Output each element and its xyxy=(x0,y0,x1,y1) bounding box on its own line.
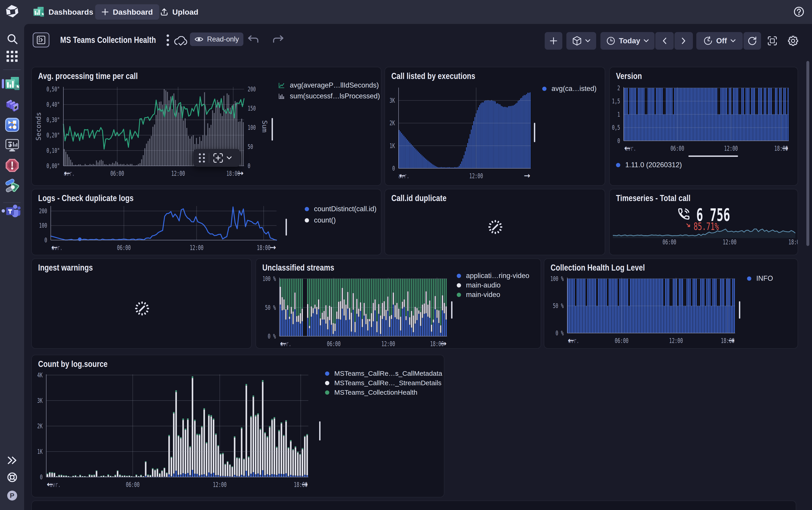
auto-refresh-button[interactable]: Off xyxy=(696,32,743,50)
help-question-icon xyxy=(793,6,805,18)
svg-text:3K: 3K xyxy=(37,397,42,404)
dashboard-title: MS Teams Collection Health xyxy=(60,35,156,45)
help-icon[interactable] xyxy=(793,6,805,18)
svg-text:4K: 4K xyxy=(37,371,42,379)
svg-text:18:00: 18:00 xyxy=(788,238,798,246)
sidebar-item-insights[interactable] xyxy=(0,178,24,193)
grid-9-dots-icon xyxy=(6,51,18,62)
panel-p3: Version1.11.0 (20260312)00,511,52avr.06:… xyxy=(609,67,798,186)
legend-scrollbar[interactable] xyxy=(739,301,740,319)
chart-scrollbar[interactable] xyxy=(688,155,738,157)
svg-text:06:00: 06:00 xyxy=(126,481,140,488)
fullscreen-button[interactable] xyxy=(764,32,780,50)
kebab-icon xyxy=(167,34,169,47)
cloud-check-icon xyxy=(174,36,188,47)
eye-icon xyxy=(194,36,204,42)
sidebar-item-parsers[interactable] xyxy=(0,118,24,132)
search-icon[interactable] xyxy=(0,32,24,45)
apps-grid-icon[interactable] xyxy=(0,51,24,62)
life-ring-icon xyxy=(7,472,18,482)
svg-text:2K: 2K xyxy=(390,119,395,127)
legend-scrollbar[interactable] xyxy=(272,118,273,141)
legend-scrollbar[interactable] xyxy=(319,421,321,441)
fullscreen-icon xyxy=(768,36,777,46)
panel-p10: Count by log.sourceMSTeams_CallRe…s_Call… xyxy=(31,355,444,498)
undo-button[interactable] xyxy=(247,35,259,45)
legend-scrollbar[interactable] xyxy=(285,219,287,235)
svg-text:→: → xyxy=(270,243,276,252)
svg-text:Seconds: Seconds xyxy=(34,112,42,141)
p4-chart: 0100200avr.06:0012:0018:00←→ xyxy=(32,189,382,255)
svg-text:3K: 3K xyxy=(390,96,395,104)
collapse-sidebar-icon[interactable] xyxy=(0,455,24,465)
svg-text:06:00: 06:00 xyxy=(670,144,684,152)
monitor-app-icon xyxy=(5,138,20,152)
panel-list-button[interactable] xyxy=(33,32,50,47)
panel-p4: Logs - Check duplicate logscountDistinct… xyxy=(31,189,382,255)
logscale-logo[interactable] xyxy=(0,4,24,19)
upload-icon xyxy=(160,8,168,16)
svg-text:0,10": 0,10" xyxy=(47,147,60,154)
svg-text:12:00: 12:00 xyxy=(724,144,738,152)
p3-chart: 00,511,52avr.06:0012:0018:00←→ xyxy=(610,67,798,186)
breadcrumb-dashboards[interactable]: Dashboards xyxy=(33,0,93,24)
chevron-down-icon[interactable] xyxy=(227,156,232,160)
svg-text:06:00: 06:00 xyxy=(615,337,629,345)
svg-text:←: ← xyxy=(51,243,58,252)
time-range-label: Today xyxy=(619,36,640,45)
drag-handle-icon[interactable] xyxy=(198,152,206,163)
redo-button[interactable] xyxy=(272,35,284,45)
legend-scrollbar[interactable] xyxy=(534,123,535,142)
time-range-button[interactable]: Today xyxy=(600,32,655,50)
panel-p7: Ingest warnings xyxy=(31,258,252,349)
time-back-button[interactable] xyxy=(655,32,674,50)
package-menu-button[interactable] xyxy=(566,32,596,50)
sidebar-item-dashboards[interactable] xyxy=(0,77,24,91)
svg-text:0,00": 0,00" xyxy=(47,162,60,170)
sidebar-item-packages[interactable] xyxy=(0,97,24,112)
sidebar-item-alerts[interactable] xyxy=(0,158,24,173)
svg-text:150: 150 xyxy=(248,105,256,112)
brand-label: Dashboards xyxy=(49,8,93,17)
panel-p8: Unclassified streamsapplicati…ring-video… xyxy=(255,258,541,349)
chevron-right-icon xyxy=(682,37,686,44)
svg-text:1: 1 xyxy=(618,111,620,118)
sidebar-item-monitor[interactable] xyxy=(0,138,24,152)
svg-text:←: ← xyxy=(624,144,631,152)
time-forward-button[interactable] xyxy=(674,32,693,50)
support-icon[interactable] xyxy=(0,472,24,482)
svg-text:1,5: 1,5 xyxy=(612,97,620,105)
svg-text:←: ← xyxy=(47,480,53,489)
svg-text:100: 100 xyxy=(248,124,256,131)
chevron-down-icon xyxy=(585,39,590,42)
sidebar-divider xyxy=(3,202,21,203)
readonly-badge[interactable]: Read-only xyxy=(190,32,243,46)
loading-spinner xyxy=(487,219,504,235)
svg-text:←: ← xyxy=(568,336,574,345)
svg-text:0,30": 0,30" xyxy=(47,116,60,124)
svg-text:2K: 2K xyxy=(37,422,42,430)
svg-text:100 %: 100 % xyxy=(550,275,564,283)
package-icon xyxy=(572,36,582,46)
insights-app-icon xyxy=(5,178,20,193)
p1-chart: 0,00"0,10"0,20"0,30"0,40"0,50"0501001502… xyxy=(32,67,382,186)
upload-button[interactable]: Upload xyxy=(156,4,202,20)
kpi-trend-value: 85.71% xyxy=(694,221,719,232)
svg-text:Sum: Sum xyxy=(261,120,269,133)
add-widget-button[interactable] xyxy=(545,32,562,50)
svg-text:0: 0 xyxy=(40,473,42,481)
new-dashboard-button[interactable]: Dashboard xyxy=(95,4,159,20)
settings-button[interactable] xyxy=(785,32,801,50)
cloud-sync-icon[interactable] xyxy=(174,35,188,48)
sidebar-item-ms-teams[interactable] xyxy=(0,203,24,218)
auto-refresh-label: Off xyxy=(716,36,727,45)
refresh-button[interactable] xyxy=(744,32,761,50)
dashboard-menu-button[interactable] xyxy=(161,33,175,47)
svg-text:0,50": 0,50" xyxy=(47,85,60,93)
upload-label: Upload xyxy=(172,8,198,17)
svg-text:12:00: 12:00 xyxy=(723,238,736,246)
vertical-scrollbar[interactable] xyxy=(806,61,809,246)
legend-scrollbar[interactable] xyxy=(451,301,452,319)
expand-widget-icon[interactable] xyxy=(213,153,223,163)
avatar[interactable]: P xyxy=(0,490,24,501)
